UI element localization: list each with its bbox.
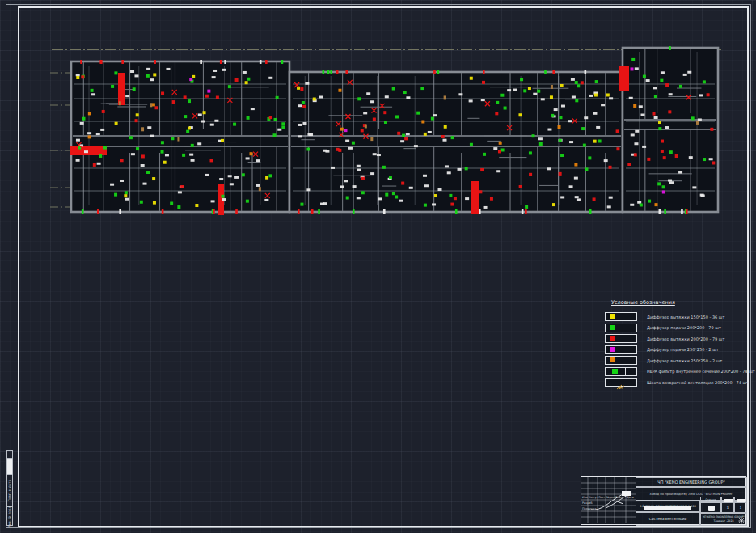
diffuser-marker	[561, 105, 565, 108]
diffuser-marker	[302, 122, 306, 125]
diffuser-marker	[154, 106, 158, 109]
diffuser-marker	[402, 134, 405, 137]
diffuser-marker	[529, 151, 532, 154]
svg-text:Изм: Изм	[582, 496, 588, 499]
diffuser-marker	[191, 144, 194, 147]
diffuser-marker	[450, 203, 454, 206]
wall-tick	[552, 70, 555, 74]
wall-tick	[336, 70, 339, 74]
diffuser-marker	[547, 167, 551, 170]
wall-tick	[323, 70, 325, 74]
diffuser-marker	[654, 116, 658, 119]
wall-tick	[213, 209, 215, 214]
diffuser-marker	[184, 115, 187, 118]
diffuser-marker	[657, 182, 661, 185]
diffuser-marker	[88, 135, 91, 138]
sheet-label-cell	[721, 497, 734, 502]
svg-text:Разраб.: Разраб.	[582, 501, 593, 505]
diffuser-marker	[495, 112, 498, 115]
diffuser-marker	[346, 197, 349, 200]
diffuser-marker	[616, 147, 619, 150]
diffuser-marker	[370, 172, 374, 175]
diffuser-marker	[87, 132, 91, 134]
diffuser-marker	[348, 147, 353, 150]
diffuser-marker	[458, 93, 462, 95]
diffuser-marker	[501, 148, 505, 151]
diffuser-marker	[444, 125, 447, 129]
diffuser-marker	[513, 89, 517, 91]
diffuser-marker	[507, 89, 511, 91]
diffuser-marker	[669, 181, 674, 184]
diffuser-marker	[336, 148, 340, 151]
diffuser-marker	[640, 114, 644, 116]
diffuser-marker	[571, 78, 575, 81]
title-block-system: Система вентиляции	[636, 512, 700, 526]
diffuser-marker	[306, 148, 310, 151]
diffuser-marker	[601, 104, 605, 106]
diffuser-marker	[631, 58, 635, 61]
diffuser-marker	[344, 129, 347, 132]
legend-chip-exhaust-250	[605, 356, 637, 365]
diffuser-marker	[205, 95, 209, 98]
diffuser-marker	[305, 82, 309, 85]
diffuser-marker	[110, 184, 114, 186]
diffuser-marker	[319, 96, 323, 99]
diffuser-marker	[655, 203, 658, 206]
diffuser-marker	[703, 80, 706, 83]
legend-item: HEPA фильтр внутреннее сечение 200*200 -…	[605, 366, 754, 378]
diffuser-marker	[171, 137, 174, 140]
diffuser-marker	[709, 158, 713, 160]
diffuser-marker	[136, 147, 139, 150]
diffuser-marker	[207, 90, 210, 93]
diffuser-marker	[687, 71, 691, 74]
diffuser-marker	[445, 165, 449, 167]
wall-tick	[585, 70, 587, 74]
diffuser-marker	[306, 188, 310, 191]
diffuser-marker	[76, 159, 80, 162]
diffuser-marker	[361, 177, 365, 180]
diffuser-marker	[302, 101, 305, 104]
legend-item: Диффузор подачи 250*250 - 2 шт	[605, 345, 754, 356]
diffuser-marker	[114, 193, 117, 197]
wall-tick	[162, 209, 164, 214]
diffuser-marker	[357, 97, 361, 100]
diffuser-marker	[331, 167, 335, 169]
diffuser-marker	[147, 126, 151, 129]
wall-tick	[220, 60, 222, 64]
diffuser-marker	[551, 114, 554, 117]
diffuser-marker	[213, 70, 217, 72]
diffuser-marker	[274, 118, 277, 121]
diffuser-marker	[136, 113, 139, 116]
diffuser-marker	[630, 67, 633, 70]
diffuser-marker	[125, 95, 129, 97]
diffuser-marker	[589, 95, 593, 97]
diffuser-marker	[607, 205, 611, 208]
legend-chip-supply-200	[605, 324, 637, 332]
diffuser-marker	[559, 116, 562, 119]
diffuser-marker	[703, 158, 706, 161]
wall-tick	[330, 70, 332, 74]
diffuser-marker	[102, 110, 105, 113]
diffuser-marker	[635, 67, 639, 70]
diffuser-marker	[320, 203, 324, 205]
diffuser-marker	[392, 192, 395, 195]
legend-chip-exhaust-200	[605, 334, 637, 343]
diffuser-marker	[357, 197, 361, 199]
diffuser-marker	[235, 78, 239, 82]
legend-chip-exhaust-150	[605, 312, 637, 321]
diffuser-marker	[135, 119, 138, 122]
floor-plan-drawing	[0, 0, 756, 533]
diffuser-marker	[665, 83, 669, 87]
diffuser-marker	[203, 111, 206, 114]
diffuser-marker	[265, 176, 268, 180]
diffuser-marker	[643, 75, 646, 78]
diffuser-marker	[221, 139, 224, 142]
diffuser-marker	[616, 129, 619, 133]
diffuser-marker	[222, 198, 226, 201]
diffuser-marker	[696, 121, 699, 125]
diffuser-marker	[340, 128, 344, 131]
wall-tick	[200, 60, 202, 64]
diffuser-marker	[593, 112, 597, 115]
diffuser-marker	[114, 71, 117, 74]
wall-tick	[437, 70, 440, 74]
